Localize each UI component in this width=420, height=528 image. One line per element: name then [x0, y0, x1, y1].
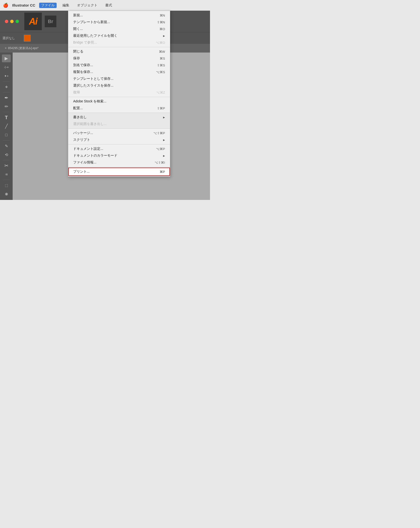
menu-item-print-shortcut: ⌘P — [160, 170, 165, 174]
menu-item-revert-label: 復帰 — [73, 90, 80, 95]
menu-item-doc-settings-label: ドキュメント設定... — [73, 147, 103, 151]
menu-item-package[interactable]: パッケージ... ⌥⇧⌘P — [68, 130, 170, 136]
menu-item-save[interactable]: 保存 ⌘S — [68, 55, 170, 62]
menu-item-scripts[interactable]: スクリプト — [68, 136, 170, 143]
menu-item-adobe-stock-label: Adobe Stock を検索... — [73, 99, 106, 104]
dropdown-overlay: 新規... ⌘N テンプレートから新規... ⇧⌘N 開く... ⌘O 最近使用… — [0, 0, 210, 264]
menu-item-export-selection: 選択範囲を書き出し... — [68, 121, 170, 127]
menu-section-print: プリント... ⌘P — [68, 167, 170, 176]
menu-section-package: パッケージ... ⌥⇧⌘P スクリプト — [68, 128, 170, 144]
menu-item-close[interactable]: 閉じる ⌘W — [68, 48, 170, 55]
menu-item-new-template[interactable]: テンプレートから新規... ⇧⌘N — [68, 19, 170, 25]
menu-item-close-shortcut: ⌘W — [159, 50, 165, 53]
menu-item-save-as-shortcut: ⇧⌘S — [157, 63, 165, 67]
menu-item-bridge-label: Bridge で参照... — [73, 40, 97, 45]
menu-item-save-template[interactable]: テンプレートとして保存... — [68, 75, 170, 82]
menu-item-doc-color-mode-arrow — [163, 154, 165, 157]
menu-item-open-shortcut: ⌘O — [159, 27, 165, 31]
menu-item-open-label: 開く... — [73, 27, 83, 31]
menu-item-save-copy-shortcut: ⌥⌘S — [156, 70, 165, 74]
menu-section-document: ドキュメント設定... ⌥⌘P ドキュメントのカラーモード ファイル情報... … — [68, 144, 170, 167]
menu-item-revert: 復帰 ⌥⌘Z — [68, 89, 170, 96]
menu-item-place-shortcut: ⇧⌘P — [157, 107, 165, 110]
menu-item-doc-color-mode-label: ドキュメントのカラーモード — [73, 154, 117, 158]
menu-item-open-recent[interactable]: 最近使用したファイルを開く — [68, 32, 170, 39]
menu-item-new-label: 新規... — [73, 13, 83, 18]
menu-item-save-copy-label: 複製を保存... — [73, 70, 93, 74]
menu-item-package-label: パッケージ... — [73, 131, 93, 135]
menu-item-scripts-arrow — [163, 138, 165, 141]
menu-item-export[interactable]: 書き出し — [68, 114, 170, 121]
menu-item-save-copy[interactable]: 複製を保存... ⌥⌘S — [68, 69, 170, 75]
menu-item-place[interactable]: 配置... ⇧⌘P — [68, 105, 170, 112]
menu-item-doc-color-mode[interactable]: ドキュメントのカラーモード — [68, 152, 170, 159]
menu-item-save-template-label: テンプレートとして保存... — [73, 77, 114, 81]
menu-item-adobe-stock[interactable]: Adobe Stock を検索... — [68, 98, 170, 105]
menu-item-revert-shortcut: ⌥⌘Z — [156, 91, 165, 94]
menu-item-export-selection-label: 選択範囲を書き出し... — [73, 122, 107, 126]
menu-item-export-arrow — [163, 116, 165, 119]
menu-section-new: 新規... ⌘N テンプレートから新規... ⇧⌘N 開く... ⌘O 最近使用… — [68, 11, 170, 47]
menu-item-file-info-shortcut: ⌥⇧⌘I — [155, 161, 165, 164]
menu-item-save-as[interactable]: 別名で保存... ⇧⌘S — [68, 62, 170, 69]
menu-section-export: 書き出し 選択範囲を書き出し... — [68, 113, 170, 128]
menu-item-new[interactable]: 新規... ⌘N — [68, 12, 170, 19]
menu-item-doc-settings[interactable]: ドキュメント設定... ⌥⌘P — [68, 145, 170, 152]
menu-item-scripts-label: スクリプト — [73, 138, 90, 142]
menu-item-save-slice[interactable]: 選択したスライスを保存... — [68, 82, 170, 89]
menu-item-export-label: 書き出し — [73, 115, 87, 120]
menu-item-open[interactable]: 開く... ⌘O — [68, 25, 170, 32]
menu-item-file-info-label: ファイル情報... — [73, 160, 96, 165]
menu-item-open-recent-label: 最近使用したファイルを開く — [73, 34, 117, 38]
menu-item-save-slice-label: 選択したスライスを保存... — [73, 84, 114, 88]
menu-item-print-label: プリント... — [73, 169, 90, 174]
menu-section-save: 閉じる ⌘W 保存 ⌘S 別名で保存... ⇧⌘S 複製を保存... ⌥⌘S テ… — [68, 47, 170, 97]
menu-section-stock: Adobe Stock を検索... 配置... ⇧⌘P — [68, 97, 170, 113]
menu-item-doc-settings-shortcut: ⌥⌘P — [156, 147, 165, 151]
menu-item-save-as-label: 別名で保存... — [73, 63, 93, 67]
menu-item-print[interactable]: プリント... ⌘P — [68, 168, 170, 176]
menu-item-bridge-shortcut: ⌥⌘O — [156, 41, 165, 45]
menu-item-save-label: 保存 — [73, 56, 80, 60]
menu-item-file-info[interactable]: ファイル情報... ⌥⇧⌘I — [68, 159, 170, 166]
menu-item-bridge: Bridge で参照... ⌥⌘O — [68, 39, 170, 46]
file-menu-dropdown: 新規... ⌘N テンプレートから新規... ⇧⌘N 開く... ⌘O 最近使用… — [68, 11, 170, 177]
menu-item-package-shortcut: ⌥⇧⌘P — [153, 131, 165, 135]
menu-item-place-label: 配置... — [73, 106, 83, 110]
menu-item-new-shortcut: ⌘N — [160, 14, 165, 17]
menu-item-close-label: 閉じる — [73, 49, 83, 54]
menu-item-save-shortcut: ⌘S — [160, 57, 165, 60]
menu-item-new-template-shortcut: ⇧⌘N — [157, 20, 165, 24]
menu-item-new-template-label: テンプレートから新規... — [73, 20, 110, 24]
menu-item-open-recent-arrow — [163, 34, 165, 37]
